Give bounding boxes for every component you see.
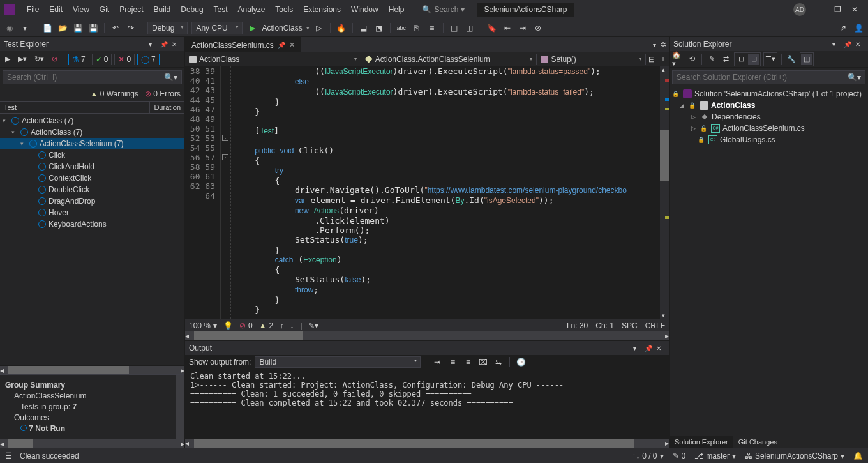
output-hscrollbar[interactable]: ◂▸ bbox=[185, 439, 669, 448]
test-node[interactable]: ▾ActionClassSelenium (7) bbox=[0, 138, 184, 149]
pin-icon[interactable]: 📌 bbox=[278, 42, 285, 49]
solution-search-input[interactable] bbox=[677, 73, 848, 82]
sync-icon[interactable]: ⇄ bbox=[720, 54, 731, 65]
search-box[interactable]: 🔍 Search ▾ bbox=[417, 4, 470, 15]
bm-prev-icon[interactable]: ⇤ bbox=[502, 22, 513, 34]
notrun-count[interactable]: ◯7 bbox=[137, 54, 160, 65]
test-tree[interactable]: ▾ActionClass (7)▾ActionClass (7)▾ActionC… bbox=[0, 114, 184, 365]
tabs-dropdown-icon[interactable]: ▾ bbox=[653, 42, 656, 49]
indent-out-icon[interactable]: ◫ bbox=[449, 22, 460, 34]
flask-count[interactable]: ⚗7 bbox=[68, 54, 89, 65]
indent-in-icon[interactable]: ◫ bbox=[464, 22, 475, 34]
menu-view[interactable]: View bbox=[68, 3, 94, 17]
start-icon[interactable]: ▶ bbox=[246, 22, 258, 34]
branch-indicator[interactable]: ⎇ master ▾ bbox=[694, 452, 736, 460]
undo-icon[interactable]: ↶ bbox=[110, 22, 121, 34]
solution-node[interactable]: 🔒Solution 'SeleniumActionsCSharp' (1 of … bbox=[670, 88, 868, 100]
error-count[interactable]: ⊘0 bbox=[239, 321, 253, 330]
line-indicator[interactable]: Ln: 30 bbox=[567, 321, 588, 330]
menu-extensions[interactable]: Extensions bbox=[298, 3, 346, 17]
close-panel-icon[interactable]: ✕ bbox=[656, 345, 665, 352]
menu-git[interactable]: Git bbox=[94, 3, 114, 17]
run-icon[interactable]: ▶▾ bbox=[15, 54, 29, 65]
start-label[interactable]: ActionClass bbox=[262, 24, 302, 33]
bookmark-icon[interactable]: 🔖 bbox=[486, 22, 498, 34]
test-node[interactable]: DragAndDrop bbox=[0, 195, 184, 207]
bm-next-icon[interactable]: ⇥ bbox=[517, 22, 528, 34]
editor-hscrollbar[interactable]: ◂▸ bbox=[185, 331, 669, 340]
minimize-icon[interactable]: ― bbox=[816, 5, 824, 14]
step-over-icon[interactable]: ⬔ bbox=[373, 22, 385, 34]
menu-file[interactable]: File bbox=[22, 3, 44, 17]
add-icon[interactable]: ＋ bbox=[657, 54, 669, 65]
tab-actionclassselenium[interactable]: ActionClassSelenium.cs 📌 ✕ bbox=[185, 37, 301, 52]
comment-icon[interactable]: ≡ bbox=[426, 22, 438, 34]
menu-window[interactable]: Window bbox=[346, 3, 384, 17]
test-search-input[interactable] bbox=[7, 73, 164, 82]
fail-count[interactable]: ✕0 bbox=[114, 54, 135, 65]
prev-issue-icon[interactable]: ↑ bbox=[280, 321, 283, 330]
menu-test[interactable]: Test bbox=[209, 3, 233, 17]
close-panel-icon[interactable]: ✕ bbox=[172, 41, 181, 48]
warn-count[interactable]: ▲2 bbox=[259, 321, 274, 330]
lightbulb-icon[interactable]: 💡 bbox=[223, 321, 233, 330]
nav-class[interactable]: ActionClass.ActionClassSelenium bbox=[361, 54, 537, 65]
fold-column[interactable]: -- bbox=[221, 66, 231, 319]
summary-scrollbar[interactable] bbox=[176, 375, 184, 439]
test-node[interactable]: DoubleClick bbox=[0, 184, 184, 195]
user-avatar[interactable]: AD bbox=[793, 3, 806, 16]
editor-vscrollbar[interactable]: ▴ ▾ bbox=[660, 66, 669, 319]
prev-icon[interactable]: ≡ bbox=[447, 356, 458, 368]
zoom-level[interactable]: 100 % ▾ bbox=[189, 321, 217, 330]
test-node[interactable]: Hover bbox=[0, 207, 184, 218]
project-node[interactable]: ◢🔒ActionClass bbox=[670, 100, 868, 111]
menu-help[interactable]: Help bbox=[384, 3, 410, 17]
solution-tree[interactable]: 🔒Solution 'SeleniumActionsCSharp' (1 of … bbox=[670, 87, 868, 436]
col-duration[interactable]: Duration bbox=[150, 102, 184, 113]
test-node[interactable]: ▾ActionClass (7) bbox=[0, 126, 184, 138]
solution-search-box[interactable]: 🔍▾ bbox=[672, 70, 865, 84]
pin-icon[interactable]: 📌 bbox=[844, 41, 853, 48]
hot-reload-icon[interactable]: 🔥 bbox=[336, 22, 347, 34]
code-content[interactable]: ((IJavaScriptExecutor)driver).ExecuteScr… bbox=[231, 66, 660, 319]
col-test[interactable]: Test bbox=[0, 102, 150, 113]
pull-push-indicator[interactable]: ↑↓ 0 / 0 ▾ bbox=[632, 452, 663, 460]
output-text[interactable]: Clean started at 15:22... 1>------ Clean… bbox=[185, 369, 669, 439]
close-icon[interactable]: ✕ bbox=[851, 5, 858, 14]
dependencies-node[interactable]: ▷Dependencies bbox=[670, 111, 868, 123]
step-icon[interactable]: ⬓ bbox=[358, 22, 370, 34]
show-all-icon[interactable]: ⊡ bbox=[748, 54, 760, 65]
next-icon[interactable]: ≡ bbox=[462, 356, 474, 368]
warnings-label[interactable]: 0 Warnings bbox=[100, 89, 138, 98]
dropdown-icon[interactable]: ▾ bbox=[149, 41, 158, 48]
code-editor[interactable]: 38 39 40 41 42 43 44 45 46 47 48 49 50 5… bbox=[185, 66, 669, 319]
save-icon[interactable]: 💾 bbox=[72, 22, 84, 34]
collapse-icon[interactable]: ⊟ bbox=[735, 54, 747, 65]
menu-analyze[interactable]: Analyze bbox=[233, 3, 271, 17]
clear-icon[interactable]: ⌧ bbox=[477, 356, 489, 368]
test-search-box[interactable]: 🔍▾ bbox=[3, 70, 182, 84]
cancel-icon[interactable]: ⊘ bbox=[49, 54, 60, 65]
pin-icon[interactable]: 📌 bbox=[160, 41, 169, 48]
preview-icon[interactable]: ◫ bbox=[801, 54, 812, 65]
share-icon[interactable]: ⇗ bbox=[837, 22, 849, 34]
platform-combo[interactable]: Any CPU bbox=[191, 22, 243, 34]
notifications-icon[interactable]: 🔔 bbox=[853, 452, 863, 460]
fold-marker[interactable]: - bbox=[222, 154, 228, 160]
close-panel-icon[interactable]: ✕ bbox=[855, 41, 864, 48]
filter-icon[interactable]: ☰▾ bbox=[765, 54, 776, 65]
menu-project[interactable]: Project bbox=[114, 3, 148, 17]
test-node[interactable]: ContextClick bbox=[0, 172, 184, 184]
clock-icon[interactable]: 🕒 bbox=[515, 356, 527, 368]
find-icon[interactable]: ⎘ bbox=[411, 22, 423, 34]
liveshare-icon[interactable]: 👤 bbox=[853, 22, 864, 34]
bm-clear-icon[interactable]: ⊘ bbox=[532, 22, 544, 34]
test-node[interactable]: ▾ActionClass (7) bbox=[0, 115, 184, 126]
h-scrollbar-2[interactable]: ◂▸ bbox=[0, 439, 184, 448]
errors-label[interactable]: 0 Errors bbox=[153, 89, 181, 98]
abc-icon[interactable]: abc bbox=[396, 22, 407, 34]
pass-count[interactable]: ✓0 bbox=[92, 54, 112, 65]
changes-indicator[interactable]: ✎ 0 bbox=[673, 452, 686, 460]
split-icon[interactable]: ⊟ bbox=[646, 54, 657, 65]
h-scrollbar[interactable]: ◂▸ bbox=[0, 365, 184, 374]
